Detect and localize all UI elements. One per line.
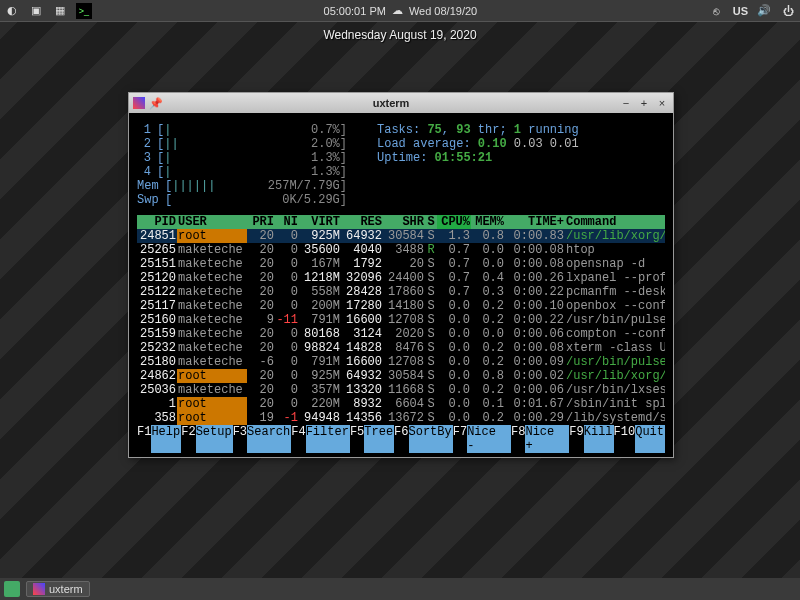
- uxterm-window[interactable]: 📌 uxterm − + × 1[|0.7%]2[||2.0%]3[|1.3%]…: [128, 92, 674, 458]
- show-desktop-button[interactable]: [4, 581, 20, 597]
- process-row[interactable]: 24862 root200925M6493230584S0.00.80:00.0…: [137, 369, 665, 383]
- col-cpu[interactable]: CPU%: [437, 215, 471, 229]
- cpu-meter-1: 1[|0.7%]: [137, 123, 347, 137]
- file-manager-icon[interactable]: ▣: [28, 3, 44, 19]
- function-keys: F1HelpF2SetupF3SearchF4FilterF5TreeF6Sor…: [137, 425, 665, 453]
- xterm-icon: [33, 583, 45, 595]
- col-user[interactable]: USER: [177, 215, 247, 229]
- fkey-f5[interactable]: F5Tree: [350, 425, 394, 453]
- pin-icon[interactable]: 📌: [149, 97, 163, 110]
- keyboard-layout[interactable]: US: [733, 5, 748, 17]
- maximize-button[interactable]: +: [637, 97, 651, 109]
- weather-icon[interactable]: ☁: [392, 4, 403, 17]
- process-row[interactable]: 25122 maketeche200558M2842817860S0.70.30…: [137, 285, 665, 299]
- minimize-button[interactable]: −: [619, 97, 633, 109]
- fkey-f8[interactable]: F8Nice +: [511, 425, 569, 453]
- cpu-meter-3: 3[|1.3%]: [137, 151, 347, 165]
- col-virt[interactable]: VIRT: [299, 215, 341, 229]
- fkey-f4[interactable]: F4Filter: [291, 425, 350, 453]
- fkey-f7[interactable]: F7Nice -: [453, 425, 511, 453]
- fkey-f3[interactable]: F3Search: [233, 425, 292, 453]
- uptime-label: Uptime:: [377, 151, 435, 165]
- logout-icon[interactable]: ⏻: [780, 3, 796, 19]
- process-row[interactable]: 1 root200220M89326604S0.00.10:01.67 /sbi…: [137, 397, 665, 411]
- top-panel: ◐ ▣ ▦ >_ 05:00:01 PM ☁ Wed 08/19/20 ⎋ US…: [0, 0, 800, 22]
- task-button-uxterm[interactable]: uxterm: [26, 581, 90, 597]
- col-mem[interactable]: MEM%: [471, 215, 505, 229]
- terminal-icon[interactable]: >_: [76, 3, 92, 19]
- network-icon[interactable]: ⎋: [709, 3, 725, 19]
- process-row[interactable]: 25159 maketeche2008016831242020S0.00.00:…: [137, 327, 665, 341]
- col-res[interactable]: RES: [341, 215, 383, 229]
- desktop-date-widget: Wednesday August 19, 2020: [323, 28, 476, 42]
- fkey-f2[interactable]: F2Setup: [181, 425, 232, 453]
- fkey-f6[interactable]: F6SortBy: [394, 425, 453, 453]
- bottom-taskbar: uxterm: [0, 578, 800, 600]
- process-row[interactable]: 25265 maketeche2003560040403488R0.70.00:…: [137, 243, 665, 257]
- process-row[interactable]: 25117 maketeche200200M1728014180S0.00.20…: [137, 299, 665, 313]
- col-pri[interactable]: PRI: [247, 215, 275, 229]
- col-ni[interactable]: NI: [275, 215, 299, 229]
- process-row[interactable]: 358 root19-1949481435613672S0.00.20:00.2…: [137, 411, 665, 425]
- desktop: ◐ ▣ ▦ >_ 05:00:01 PM ☁ Wed 08/19/20 ⎋ US…: [0, 0, 800, 600]
- process-row[interactable]: 25180 maketeche-60791M1660012708S0.00.20…: [137, 355, 665, 369]
- process-row[interactable]: 25120 maketeche2001218M3209624400S0.70.4…: [137, 271, 665, 285]
- tasks-label: Tasks:: [377, 123, 427, 137]
- clock-date[interactable]: Wed 08/19/20: [409, 5, 477, 17]
- load-label: Load average:: [377, 137, 478, 151]
- col-shr[interactable]: SHR: [383, 215, 425, 229]
- start-menu-icon[interactable]: ◐: [4, 3, 20, 19]
- volume-icon[interactable]: 🔊: [756, 3, 772, 19]
- process-row[interactable]: 25232 maketeche20098824148288476S0.00.20…: [137, 341, 665, 355]
- terminal-content[interactable]: 1[|0.7%]2[||2.0%]3[|1.3%]4[|1.3%]Mem[|||…: [129, 113, 673, 457]
- fkey-f10[interactable]: F10Quit: [614, 425, 665, 453]
- mem-meter: Mem[||||||257M/7.79G]: [137, 179, 347, 193]
- col-time[interactable]: TIME+: [505, 215, 565, 229]
- titlebar[interactable]: 📌 uxterm − + ×: [129, 93, 673, 113]
- browser-icon[interactable]: ▦: [52, 3, 68, 19]
- col-cmd[interactable]: Command: [565, 215, 665, 229]
- app-icon: [133, 97, 145, 109]
- fkey-f9[interactable]: F9Kill: [569, 425, 613, 453]
- process-row[interactable]: 25151 maketeche200167M179220S0.70.00:00.…: [137, 257, 665, 271]
- process-row[interactable]: 25036 maketeche200357M1332011668S0.00.20…: [137, 383, 665, 397]
- window-title: uxterm: [167, 97, 615, 109]
- col-s[interactable]: S: [425, 215, 437, 229]
- cpu-meter-2: 2[||2.0%]: [137, 137, 347, 151]
- clock-time[interactable]: 05:00:01 PM: [324, 5, 386, 17]
- process-row[interactable]: 24851 root200925M6493230584S1.30.80:00.8…: [137, 229, 665, 243]
- fkey-f1[interactable]: F1Help: [137, 425, 181, 453]
- swp-meter: Swp[0K/5.29G]: [137, 193, 347, 207]
- process-row[interactable]: 25160 maketeche9-11791M1660012708S0.00.2…: [137, 313, 665, 327]
- cpu-meter-4: 4[|1.3%]: [137, 165, 347, 179]
- close-button[interactable]: ×: [655, 97, 669, 109]
- col-pid[interactable]: PID: [137, 215, 177, 229]
- process-header[interactable]: PID USER PRI NI VIRT RES SHR S CPU% MEM%…: [137, 215, 665, 229]
